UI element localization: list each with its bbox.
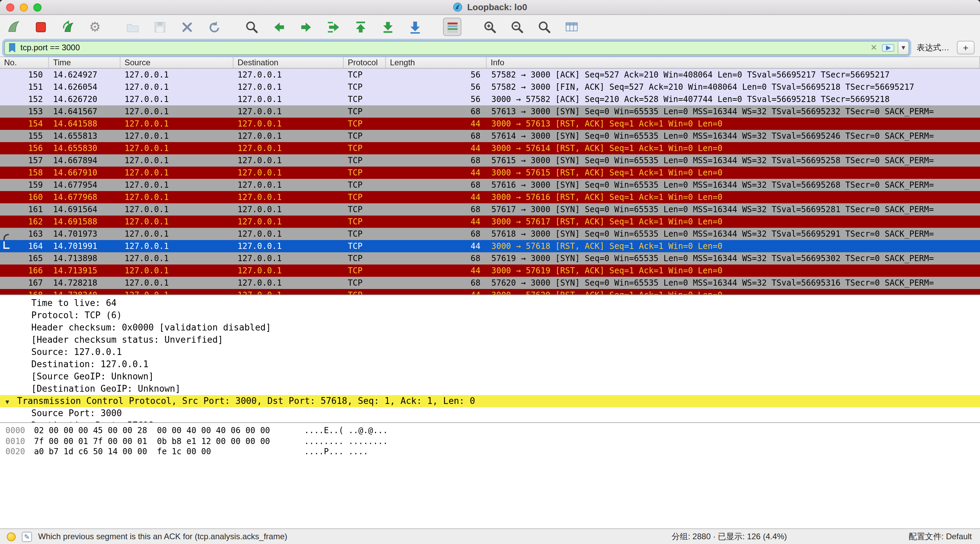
packet-row-164[interactable]: 16414.701991127.0.0.1127.0.0.1TCP443000 … xyxy=(0,240,980,252)
detail-line[interactable]: [Source GeoIP: Unknown] xyxy=(0,371,980,383)
filter-bookmark-icon[interactable] xyxy=(8,43,17,53)
packet-row-158[interactable]: 15814.667910127.0.0.1127.0.0.1TCP443000 … xyxy=(0,167,980,179)
cell-destination: 127.0.0.1 xyxy=(234,252,344,265)
cell-length: 68 xyxy=(386,105,487,117)
packet-row-155[interactable]: 15514.655813127.0.0.1127.0.0.1TCP6857614… xyxy=(0,130,980,142)
column-header-info[interactable]: Info xyxy=(487,57,980,68)
colorize-packets-button[interactable] xyxy=(443,18,461,36)
detail-line[interactable]: Protocol: TCP (6) xyxy=(0,309,980,322)
detail-line[interactable]: [Destination GeoIP: Unknown] xyxy=(0,383,980,395)
packet-row-151[interactable]: 15114.626054127.0.0.1127.0.0.1TCP5657582… xyxy=(0,81,980,93)
save-file-button[interactable] xyxy=(150,18,169,36)
packet-row-167[interactable]: 16714.728218127.0.0.1127.0.0.1TCP6857620… xyxy=(0,277,980,289)
zoom-out-button[interactable] xyxy=(508,18,526,36)
minimize-window-button[interactable] xyxy=(20,3,28,11)
hex-row-0020[interactable]: 0020a0 b7 1d c6 50 14 00 00 fe 1c 00 00.… xyxy=(0,447,980,457)
hex-bytes: 02 00 00 00 45 00 00 28 00 00 40 00 40 0… xyxy=(34,426,304,436)
go-last-packet-button[interactable] xyxy=(379,18,397,36)
display-filter-input[interactable] xyxy=(21,43,865,52)
detail-line[interactable]: [Header checksum status: Unverified] xyxy=(0,334,980,346)
capture-comment-button[interactable]: ✎ xyxy=(22,531,32,542)
cell-time: 14.677968 xyxy=(49,191,121,203)
zoom-original-icon xyxy=(537,19,552,34)
cell-no: 157 xyxy=(0,154,49,167)
cell-time: 14.626720 xyxy=(49,93,121,105)
detail-line-text: Destination: 127.0.0.1 xyxy=(31,359,148,369)
open-file-button[interactable] xyxy=(123,18,142,36)
zoom-in-button[interactable] xyxy=(480,18,499,36)
cell-protocol: TCP xyxy=(344,252,386,265)
column-header-no[interactable]: No. xyxy=(0,57,49,68)
resize-columns-button[interactable] xyxy=(562,18,581,36)
packet-row-161[interactable]: 16114.691564127.0.0.1127.0.0.1TCP6857617… xyxy=(0,203,980,216)
cell-no: 158 xyxy=(0,167,49,179)
packet-row-154[interactable]: 15414.641588127.0.0.1127.0.0.1TCP443000 … xyxy=(0,117,980,130)
zoom-original-button[interactable] xyxy=(535,18,553,36)
column-header-protocol[interactable]: Protocol xyxy=(344,57,386,68)
packet-row-163[interactable]: 16314.701973127.0.0.1127.0.0.1TCP6857618… xyxy=(0,228,980,240)
apply-filter-button[interactable] xyxy=(882,44,894,51)
start-capture-button[interactable] xyxy=(4,18,22,36)
column-header-time[interactable]: Time xyxy=(49,57,121,68)
expert-info-button[interactable] xyxy=(7,532,16,541)
cell-info: 3000 → 57614 [RST, ACK] Seq=1 Ack=1 Win=… xyxy=(487,142,980,154)
stop-capture-button[interactable] xyxy=(31,18,50,36)
cell-time: 14.713898 xyxy=(49,252,121,265)
go-to-packet-button[interactable] xyxy=(324,18,342,36)
cell-length: 68 xyxy=(386,277,487,289)
go-first-packet-button[interactable] xyxy=(351,18,369,36)
cell-length: 44 xyxy=(386,216,487,228)
find-packet-button[interactable] xyxy=(242,18,261,36)
expression-button[interactable]: 表达式… xyxy=(913,42,953,53)
detail-line[interactable]: Source Port: 3000 xyxy=(0,407,980,420)
close-file-button[interactable] xyxy=(178,18,196,36)
close-window-button[interactable] xyxy=(6,3,14,11)
cell-no: 167 xyxy=(0,277,49,289)
packet-row-150[interactable]: 15014.624927127.0.0.1127.0.0.1TCP5657582… xyxy=(0,69,980,81)
cell-info: 3000 → 57619 [RST, ACK] Seq=1 Ack=1 Win=… xyxy=(487,265,980,277)
column-header-length[interactable]: Length xyxy=(386,57,487,68)
packet-row-162[interactable]: 16214.691588127.0.0.1127.0.0.1TCP443000 … xyxy=(0,216,980,228)
detail-line[interactable]: Destination Port: 57618 xyxy=(0,420,980,422)
packet-row-159[interactable]: 15914.677954127.0.0.1127.0.0.1TCP6857616… xyxy=(0,179,980,191)
go-back-button[interactable] xyxy=(269,18,288,36)
cell-destination: 127.0.0.1 xyxy=(234,81,344,93)
packet-row-157[interactable]: 15714.667894127.0.0.1127.0.0.1TCP6857615… xyxy=(0,154,980,167)
hex-bytes: a0 b7 1d c6 50 14 00 00 fe 1c 00 00 xyxy=(34,447,304,457)
restart-capture-button[interactable] xyxy=(59,18,77,36)
packet-row-166[interactable]: 16614.713915127.0.0.1127.0.0.1TCP443000 … xyxy=(0,265,980,277)
clear-filter-icon[interactable]: ✕ xyxy=(869,43,878,52)
hex-row-0000[interactable]: 000002 00 00 00 45 00 00 28 00 00 40 00 … xyxy=(0,426,980,436)
column-header-source[interactable]: Source xyxy=(121,57,234,68)
packet-row-153[interactable]: 15314.641567127.0.0.1127.0.0.1TCP6857613… xyxy=(0,105,980,117)
detail-line[interactable]: Header checksum: 0x0000 [validation disa… xyxy=(0,322,980,334)
packet-row-152[interactable]: 15214.626720127.0.0.1127.0.0.1TCP563000 … xyxy=(0,93,980,105)
zoom-window-button[interactable] xyxy=(33,3,41,11)
add-filter-button[interactable]: + xyxy=(957,41,975,54)
profile-button[interactable]: 配置文件: Default xyxy=(909,531,972,542)
packet-row-168[interactable]: 16814.728240127.0.0.1127.0.0.1TCP443000 … xyxy=(0,289,980,295)
filter-history-dropdown[interactable]: ▼ xyxy=(898,40,909,55)
cell-destination: 127.0.0.1 xyxy=(234,191,344,203)
goto-packet-icon xyxy=(326,19,340,34)
detail-line-selected[interactable]: ▼Transmission Control Protocol, Src Port… xyxy=(0,395,980,407)
detail-line[interactable]: Source: 127.0.0.1 xyxy=(0,346,980,358)
column-header-destination[interactable]: Destination xyxy=(234,57,344,68)
traffic-lights xyxy=(6,3,41,11)
capture-options-button[interactable]: ⚙ xyxy=(86,18,104,36)
colorize-icon xyxy=(445,19,460,34)
detail-line[interactable]: Destination: 127.0.0.1 xyxy=(0,358,980,371)
go-forward-button[interactable] xyxy=(297,18,315,36)
reload-file-button[interactable] xyxy=(205,18,223,36)
display-filter-box[interactable]: ✕ xyxy=(4,40,898,55)
cell-protocol: TCP xyxy=(344,203,386,216)
hex-row-0010[interactable]: 00107f 00 00 01 7f 00 00 01 0b b8 e1 12 … xyxy=(0,436,980,447)
packet-row-160[interactable]: 16014.677968127.0.0.1127.0.0.1TCP443000 … xyxy=(0,191,980,203)
packet-row-156[interactable]: 15614.655830127.0.0.1127.0.0.1TCP443000 … xyxy=(0,142,980,154)
detail-line[interactable]: Time to live: 64 xyxy=(0,297,980,309)
hex-offset: 0000 xyxy=(0,426,34,436)
packet-row-165[interactable]: 16514.713898127.0.0.1127.0.0.1TCP6857619… xyxy=(0,252,980,265)
search-icon xyxy=(244,19,259,34)
auto-scroll-button[interactable] xyxy=(406,18,424,36)
expand-triangle-icon[interactable]: ▼ xyxy=(5,396,9,408)
